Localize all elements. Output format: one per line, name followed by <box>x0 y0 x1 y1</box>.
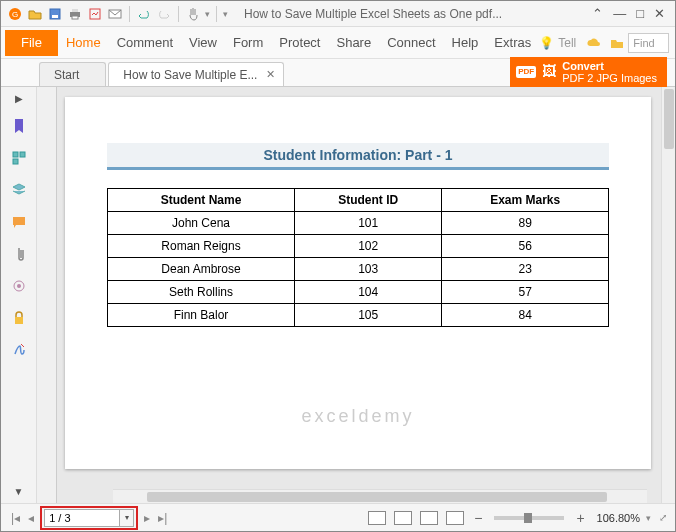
bookmark-icon[interactable] <box>9 116 29 136</box>
close-icon[interactable]: ✕ <box>654 6 665 21</box>
redo-icon[interactable] <box>156 6 172 22</box>
table-cell: 101 <box>294 212 441 235</box>
view-continuous-icon[interactable] <box>394 511 412 525</box>
page-dropdown-icon[interactable]: ▾ <box>120 509 134 527</box>
table-header: Student Name <box>108 189 295 212</box>
svg-point-14 <box>17 284 21 288</box>
window-title: How to Save Multiple Excel Sheets as One… <box>244 7 588 21</box>
table-cell: Dean Ambrose <box>108 258 295 281</box>
horizontal-scrollbar[interactable] <box>113 489 647 503</box>
table-header: Exam Marks <box>442 189 609 212</box>
image-icon: 🖼 <box>542 64 556 79</box>
table-cell: 104 <box>294 281 441 304</box>
menu-share[interactable]: Share <box>328 35 379 50</box>
watermark: exceldemy <box>301 406 414 427</box>
vertical-scrollbar[interactable] <box>661 87 675 503</box>
table-cell: Roman Reigns <box>108 235 295 258</box>
menu-help[interactable]: Help <box>444 35 487 50</box>
stamp-icon[interactable] <box>9 276 29 296</box>
thumbnails-icon[interactable] <box>9 148 29 168</box>
table-cell: 23 <box>442 258 609 281</box>
tell-me[interactable]: Tell <box>558 36 576 50</box>
signature-icon[interactable] <box>9 340 29 360</box>
menu-bar: File Home Comment View Form Protect Shar… <box>1 27 675 59</box>
menu-form[interactable]: Form <box>225 35 271 50</box>
table-cell: 103 <box>294 258 441 281</box>
email-icon[interactable] <box>107 6 123 22</box>
attachments-icon[interactable] <box>9 244 29 264</box>
tab-bar: Start How to Save Multiple E...✕ PDF 🖼 C… <box>1 59 675 87</box>
first-page-icon[interactable]: |◂ <box>9 511 22 525</box>
document-area: Student Information: Part - 1 Student Na… <box>37 87 675 503</box>
zoom-value: 106.80% <box>597 512 640 524</box>
snapshot-icon[interactable] <box>87 6 103 22</box>
app-icon[interactable]: G <box>7 6 23 22</box>
table-cell: 57 <box>442 281 609 304</box>
prev-page-icon[interactable]: ◂ <box>26 511 36 525</box>
save-icon[interactable] <box>47 6 63 22</box>
zoom-expand-icon[interactable]: ⤢ <box>659 512 667 523</box>
table-cell: Finn Balor <box>108 304 295 327</box>
zoom-out-icon[interactable]: − <box>470 510 486 526</box>
status-bar: |◂ ◂ ▾ ▸ ▸| − + 106.80% ▾ ⤢ <box>1 503 675 531</box>
tab-document[interactable]: How to Save Multiple E...✕ <box>108 62 284 86</box>
open-icon[interactable] <box>27 6 43 22</box>
cloud-icon[interactable] <box>586 37 602 49</box>
sidebar-toggle-icon[interactable]: ▶ <box>15 93 23 104</box>
svg-rect-15 <box>15 317 23 324</box>
view-facing-icon[interactable] <box>420 511 438 525</box>
table-cell: Seth Rollins <box>108 281 295 304</box>
left-sidebar: ▶ ▼ <box>1 87 37 503</box>
page-input[interactable] <box>44 509 120 527</box>
svg-rect-10 <box>20 152 25 157</box>
lightbulb-icon[interactable]: 💡 <box>539 36 554 50</box>
menu-comment[interactable]: Comment <box>109 35 181 50</box>
table-cell: John Cena <box>108 212 295 235</box>
layers-icon[interactable] <box>9 180 29 200</box>
table-cell: 89 <box>442 212 609 235</box>
last-page-icon[interactable]: ▸| <box>156 511 169 525</box>
hand-icon[interactable] <box>185 6 201 22</box>
tab-close-icon[interactable]: ✕ <box>266 68 275 81</box>
table-cell: 84 <box>442 304 609 327</box>
pdf-badge-icon: PDF <box>516 66 536 79</box>
table-row: John Cena10189 <box>108 212 609 235</box>
security-icon[interactable] <box>9 308 29 328</box>
view-facing-continuous-icon[interactable] <box>446 511 464 525</box>
view-single-icon[interactable] <box>368 511 386 525</box>
document-title: Student Information: Part - 1 <box>107 143 609 170</box>
maximize-icon[interactable]: □ <box>636 6 644 21</box>
next-page-icon[interactable]: ▸ <box>142 511 152 525</box>
file-menu[interactable]: File <box>5 30 58 56</box>
ribbon-toggle-icon[interactable]: ⌃ <box>592 6 603 21</box>
table-row: Seth Rollins10457 <box>108 281 609 304</box>
comments-icon[interactable] <box>9 212 29 232</box>
svg-rect-5 <box>72 9 78 12</box>
table-row: Roman Reigns10256 <box>108 235 609 258</box>
undo-icon[interactable] <box>136 6 152 22</box>
menu-connect[interactable]: Connect <box>379 35 443 50</box>
table-cell: 102 <box>294 235 441 258</box>
table-cell: 105 <box>294 304 441 327</box>
menu-view[interactable]: View <box>181 35 225 50</box>
find-input[interactable]: Find <box>628 33 669 53</box>
print-icon[interactable] <box>67 6 83 22</box>
svg-rect-3 <box>52 15 58 18</box>
convert-banner[interactable]: PDF 🖼 Convert PDF 2 JPG Images <box>510 57 667 87</box>
svg-rect-6 <box>72 16 78 19</box>
folder-icon[interactable] <box>610 37 624 49</box>
minimize-icon[interactable]: — <box>613 6 626 21</box>
table-row: Dean Ambrose10323 <box>108 258 609 281</box>
student-table: Student NameStudent IDExam Marks John Ce… <box>107 188 609 327</box>
page-indicator-highlight: ▾ <box>40 506 138 530</box>
sidebar-collapse-icon[interactable]: ▼ <box>14 486 24 497</box>
table-header: Student ID <box>294 189 441 212</box>
tab-start[interactable]: Start <box>39 62 106 86</box>
svg-text:G: G <box>12 10 18 19</box>
menu-protect[interactable]: Protect <box>271 35 328 50</box>
menu-home[interactable]: Home <box>58 35 109 50</box>
zoom-in-icon[interactable]: + <box>572 510 588 526</box>
menu-extras[interactable]: Extras <box>486 35 539 50</box>
table-cell: 56 <box>442 235 609 258</box>
zoom-slider[interactable] <box>494 516 564 520</box>
